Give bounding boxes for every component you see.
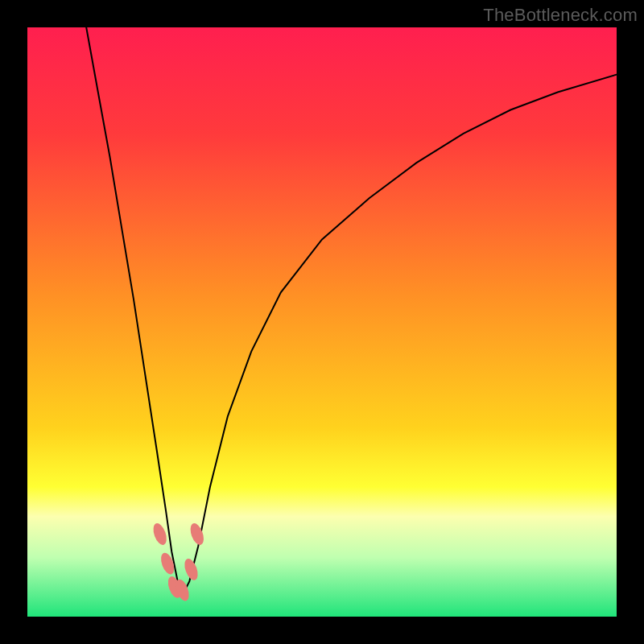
chart-frame: TheBottleneck.com: [0, 0, 644, 644]
curve-marker: [151, 522, 169, 547]
curve-marker: [188, 522, 206, 547]
watermark-text: TheBottleneck.com: [483, 5, 638, 26]
curve-marker: [182, 557, 200, 582]
marker-group: [151, 522, 206, 603]
bottleneck-curve: [86, 27, 617, 593]
chart-overlay: [27, 27, 617, 617]
